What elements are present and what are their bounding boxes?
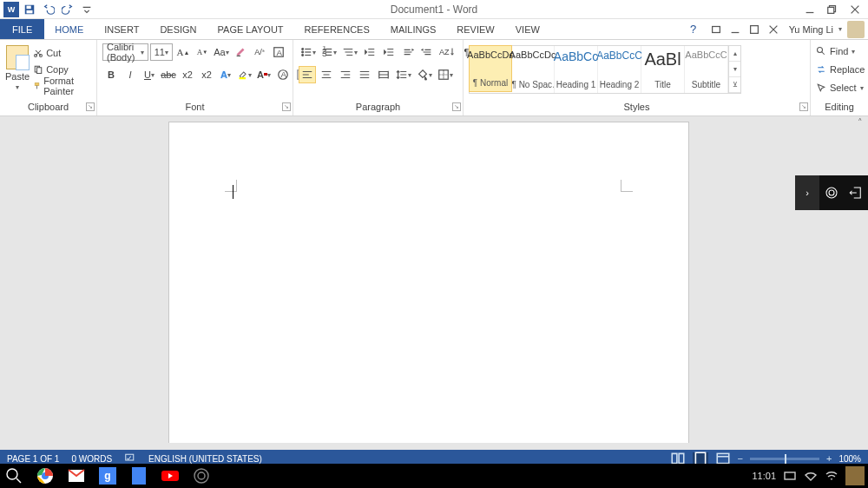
replace-button[interactable]: Replace (816, 62, 865, 77)
rtl-direction-icon[interactable] (418, 43, 436, 61)
clipboard-dialog-icon[interactable]: ↘ (86, 102, 95, 111)
font-dialog-icon[interactable]: ↘ (282, 102, 291, 111)
ribbon-display-icon[interactable] (707, 22, 725, 37)
minimize-icon[interactable] (727, 22, 744, 37)
underline-button[interactable]: U▾ (141, 66, 158, 83)
increase-indent-icon[interactable] (380, 43, 398, 61)
styles-gallery[interactable]: AaBbCcDc¶ Normal AaBbCcDc¶ No Spac… AaBb… (469, 45, 741, 94)
style-heading1[interactable]: AaBbCcHeading 1 (555, 46, 598, 93)
taskbar-app-icon[interactable] (191, 465, 212, 486)
maximize-icon[interactable] (746, 22, 763, 37)
zoom-slider[interactable] (750, 458, 819, 460)
bold-button[interactable]: B (102, 66, 120, 83)
paste-button[interactable]: Paste ▾ (5, 43, 30, 91)
save-icon[interactable] (21, 2, 38, 17)
format-painter-button[interactable]: Format Painter (33, 78, 91, 93)
tab-file[interactable]: FILE (0, 19, 44, 39)
taskbar-gmail-icon[interactable] (66, 465, 87, 486)
line-spacing-icon[interactable]: ▾ (394, 66, 413, 83)
tab-home[interactable]: HOME (44, 19, 94, 39)
font-color-icon[interactable]: A▾ (255, 66, 273, 83)
copy-button[interactable]: Copy (33, 62, 91, 76)
shading-icon[interactable]: ▾ (415, 66, 434, 83)
sidepanel-target-icon[interactable] (819, 175, 844, 210)
document-area[interactable]: ˄ › (0, 116, 868, 443)
tray-network-icon[interactable] (804, 469, 818, 483)
tab-review[interactable]: REVIEW (446, 19, 504, 39)
tab-mailings[interactable]: MAILINGS (380, 19, 447, 39)
web-layout-icon[interactable] (715, 452, 731, 465)
tab-view[interactable]: VIEW (505, 19, 550, 39)
style-normal[interactable]: AaBbCcDc¶ Normal (469, 45, 512, 92)
sidepanel-expand-icon[interactable]: › (795, 175, 819, 210)
style-heading2[interactable]: AaBbCcCHeading 2 (598, 46, 641, 93)
font-size-combo[interactable]: 11▾ (150, 43, 173, 61)
gallery-down-icon[interactable]: ▾ (729, 62, 740, 77)
gallery-up-icon[interactable]: ▴ (729, 46, 740, 62)
tray-user-icon[interactable] (845, 466, 865, 485)
highlight-color-icon[interactable]: ▾ (236, 66, 253, 83)
zoom-level[interactable]: 100% (838, 454, 861, 464)
enclose-characters-icon[interactable]: A (274, 66, 292, 83)
taskbar-docs-icon[interactable] (128, 465, 149, 486)
outer-minimize-icon[interactable] (800, 2, 819, 17)
user-name[interactable]: Yu Ming Li (789, 24, 833, 35)
paste-dropdown-icon[interactable]: ▾ (16, 83, 19, 91)
style-no-spacing[interactable]: AaBbCcDc¶ No Spac… (511, 46, 555, 93)
print-layout-icon[interactable] (693, 452, 708, 465)
user-menu-icon[interactable]: ▾ (838, 25, 842, 33)
ltr-direction-icon[interactable] (399, 43, 417, 61)
tab-references[interactable]: REFERENCES (294, 19, 380, 39)
cut-button[interactable]: Cut (33, 45, 91, 60)
gallery-more-icon[interactable]: ⊻ (729, 77, 740, 93)
chevron-down-icon[interactable]: ▾ (165, 49, 168, 56)
bullets-icon[interactable]: ▾ (299, 43, 318, 61)
shrink-font-icon[interactable]: A▼ (194, 43, 211, 61)
taskbar-youtube-icon[interactable] (160, 465, 181, 486)
collapse-ribbon-icon[interactable]: ˄ (854, 116, 866, 129)
taskbar-chrome-icon[interactable] (35, 465, 56, 486)
superscript-button[interactable]: x2 (198, 66, 215, 83)
status-proofing-icon[interactable] (124, 452, 136, 465)
taskbar-google-icon[interactable]: g (97, 465, 118, 486)
clear-formatting-icon[interactable] (232, 43, 249, 61)
justify-icon[interactable] (356, 66, 373, 83)
phonetic-guide-icon[interactable]: A/ᵃ (251, 43, 268, 61)
avatar[interactable] (847, 21, 865, 38)
align-center-icon[interactable] (318, 66, 335, 83)
tab-page-layout[interactable]: PAGE LAYOUT (207, 19, 294, 39)
find-button[interactable]: Find▾ (816, 43, 865, 59)
tray-wifi-icon[interactable] (825, 469, 838, 483)
outer-close-icon[interactable] (845, 2, 865, 17)
undo-icon[interactable] (40, 2, 57, 17)
taskbar-search-icon[interactable] (3, 465, 24, 486)
style-title[interactable]: AaBlTitle (641, 46, 685, 93)
align-left-icon[interactable] (299, 66, 316, 83)
multilevel-list-icon[interactable]: ▾ (340, 43, 359, 61)
subscript-button[interactable]: x2 (179, 66, 196, 83)
tray-keyboard-icon[interactable] (783, 469, 797, 483)
change-case-icon[interactable]: Aa▾ (213, 43, 230, 61)
outer-restore-icon[interactable] (823, 2, 842, 17)
distributed-icon[interactable] (375, 66, 392, 83)
borders-icon[interactable]: ▾ (436, 66, 455, 83)
select-button[interactable]: Select▾ (816, 80, 865, 96)
qat-customize-icon[interactable] (78, 2, 95, 17)
tab-design[interactable]: DESIGN (149, 19, 207, 39)
tab-insert[interactable]: INSERT (94, 19, 149, 39)
close-icon[interactable] (765, 22, 782, 37)
status-words[interactable]: 0 WORDS (71, 454, 112, 464)
zoom-out-icon[interactable]: − (738, 453, 743, 464)
chevron-down-icon[interactable]: ▾ (141, 49, 144, 56)
align-right-icon[interactable] (337, 66, 354, 83)
zoom-in-icon[interactable]: + (826, 453, 832, 464)
read-mode-icon[interactable] (670, 452, 686, 465)
grow-font-icon[interactable]: A▲ (174, 43, 192, 61)
strikethrough-button[interactable]: abc (160, 66, 177, 83)
italic-button[interactable]: I (122, 66, 139, 83)
taskbar-clock[interactable]: 11:01 (752, 471, 776, 481)
numbering-icon[interactable]: 123▾ (319, 43, 339, 61)
styles-dialog-icon[interactable]: ↘ (799, 102, 808, 111)
text-effects-icon[interactable]: A▾ (217, 66, 234, 83)
decrease-indent-icon[interactable] (361, 43, 378, 61)
